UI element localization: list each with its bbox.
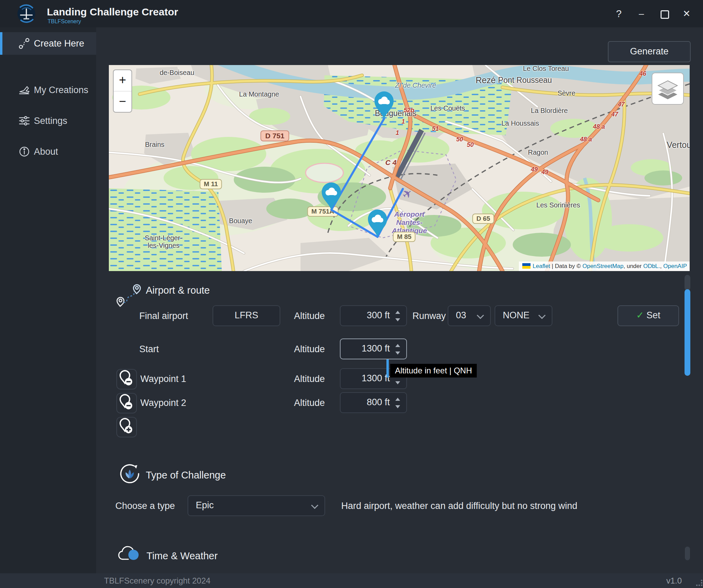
runway-secondary-value: NONE bbox=[503, 306, 529, 325]
copyright-text: TBLFScenery copyright 2024 bbox=[104, 576, 210, 586]
final-altitude-value: 300 ft bbox=[367, 306, 390, 325]
title-bar: Landing Challenge Creator TBLFScenery ? … bbox=[0, 0, 703, 27]
sidebar: Create Here My Creations Settings About bbox=[0, 27, 96, 588]
pin-minus-icon bbox=[117, 394, 135, 411]
set-button-label: Set bbox=[647, 310, 661, 320]
sidebar-item-label: My Creations bbox=[34, 85, 88, 95]
set-button[interactable]: ✓ Set bbox=[617, 305, 679, 326]
waypoint2-label: Waypoint 2 bbox=[140, 398, 186, 408]
maximize-icon bbox=[661, 10, 669, 19]
map[interactable]: de-BoiseauLa MontagneBrainsBouayeSaint-L… bbox=[109, 65, 690, 271]
scrollbar-track[interactable] bbox=[685, 275, 690, 291]
remove-waypoint1-button[interactable] bbox=[116, 369, 137, 389]
sidebar-item-label: Settings bbox=[34, 116, 67, 126]
waypoint1-altitude-value: 1300 ft bbox=[361, 369, 390, 388]
altitude-label: Altitude bbox=[294, 398, 325, 408]
remove-waypoint2-button[interactable] bbox=[116, 393, 137, 413]
start-altitude-spinner[interactable]: 1300 ft bbox=[340, 338, 407, 359]
pin-minus-icon bbox=[117, 370, 135, 387]
add-waypoint-button[interactable] bbox=[116, 417, 137, 437]
start-altitude-value: 1300 ft bbox=[361, 339, 390, 358]
spin-down-icon[interactable] bbox=[395, 381, 400, 384]
spin-up-icon[interactable] bbox=[395, 311, 400, 314]
openaip-link[interactable]: OpenAIP bbox=[663, 263, 687, 269]
final-airport-label: Final airport bbox=[139, 311, 188, 321]
help-button[interactable]: ? bbox=[611, 6, 626, 21]
osm-link[interactable]: OpenStreetMap bbox=[583, 263, 624, 269]
map-zoom-control: + − bbox=[113, 69, 132, 113]
challenge-type-select[interactable]: Epic bbox=[188, 495, 325, 516]
app-logo-icon bbox=[17, 3, 36, 25]
cloud-waypoint-marker[interactable] bbox=[322, 182, 341, 210]
sidebar-item-about[interactable]: About bbox=[0, 140, 96, 163]
sidebar-item-create-here[interactable]: Create Here bbox=[0, 32, 96, 55]
generate-button[interactable]: Generate bbox=[608, 41, 691, 62]
active-accent-bar bbox=[0, 32, 2, 55]
altitude-label: Altitude bbox=[294, 344, 325, 355]
main-content: Generate bbox=[96, 27, 703, 573]
chevron-down-icon bbox=[312, 503, 318, 508]
spin-down-icon[interactable] bbox=[395, 405, 400, 408]
section-title-weather: Time & Weather bbox=[146, 550, 218, 562]
resize-grip[interactable] bbox=[696, 580, 703, 587]
zoom-in-button[interactable]: + bbox=[114, 70, 131, 91]
challenge-icon bbox=[117, 461, 142, 486]
spin-up-icon[interactable] bbox=[395, 344, 400, 347]
scrollbar-lower-thumb[interactable] bbox=[685, 547, 690, 560]
start-label: Start bbox=[139, 344, 159, 355]
app-subtitle: TBLFScenery bbox=[48, 18, 81, 25]
chevron-down-icon bbox=[539, 313, 545, 318]
sidebar-item-label: About bbox=[34, 146, 58, 157]
check-icon: ✓ bbox=[636, 310, 647, 320]
leaflet-link[interactable]: Leaflet bbox=[533, 263, 550, 269]
waypoint2-altitude-value: 800 ft bbox=[367, 393, 390, 412]
cloud-waypoint-marker[interactable] bbox=[374, 91, 394, 119]
chevron-down-icon bbox=[478, 313, 483, 318]
zoom-out-button[interactable]: − bbox=[114, 91, 131, 112]
plane-takeoff-icon bbox=[18, 84, 30, 96]
version-text: v1.0 bbox=[666, 576, 682, 586]
altitude-label: Altitude bbox=[294, 374, 325, 384]
spin-down-icon[interactable] bbox=[395, 318, 400, 321]
runway-value: 03 bbox=[456, 306, 466, 325]
close-button[interactable]: ✕ bbox=[679, 6, 694, 21]
sidebar-item-my-creations[interactable]: My Creations bbox=[0, 79, 96, 101]
minimize-button[interactable]: – bbox=[634, 6, 649, 21]
runway-label: Runway bbox=[412, 311, 446, 321]
section-title-airport-route: Airport & route bbox=[146, 285, 210, 296]
maximize-button[interactable] bbox=[656, 6, 672, 21]
layers-icon bbox=[652, 73, 683, 104]
runway-secondary-select[interactable]: NONE bbox=[495, 305, 552, 326]
app-title: Landing Challenge Creator bbox=[47, 6, 178, 18]
spin-down-icon[interactable] bbox=[395, 351, 400, 355]
map-layers-control[interactable] bbox=[652, 73, 684, 105]
choose-type-label: Choose a type bbox=[115, 501, 175, 511]
waypoint2-altitude-spinner[interactable]: 800 ft bbox=[340, 392, 407, 413]
waypoint1-label: Waypoint 1 bbox=[140, 374, 186, 384]
airport-route-icon bbox=[115, 282, 144, 310]
sidebar-item-settings[interactable]: Settings bbox=[0, 110, 96, 132]
altitude-label: Altitude bbox=[294, 311, 325, 321]
sidebar-item-label: Create Here bbox=[34, 38, 84, 49]
runway-select[interactable]: 03 bbox=[448, 305, 491, 326]
pin-plus-icon bbox=[117, 418, 135, 435]
final-airport-input[interactable]: LFRS bbox=[213, 305, 280, 326]
altitude-tooltip: Altitude in feet | QNH bbox=[390, 364, 477, 378]
weather-icon bbox=[118, 544, 142, 564]
spin-up-icon[interactable] bbox=[395, 398, 400, 401]
route-icon bbox=[18, 38, 30, 49]
attribution-text: , bbox=[660, 263, 663, 269]
info-icon bbox=[18, 146, 30, 157]
section-title-challenge: Type of Challenge bbox=[146, 470, 226, 481]
route-layer bbox=[109, 65, 690, 271]
attribution-text: , under bbox=[624, 263, 643, 269]
sliders-icon bbox=[18, 115, 30, 127]
final-altitude-spinner[interactable]: 300 ft bbox=[340, 305, 407, 326]
scrollbar-thumb[interactable] bbox=[685, 289, 690, 376]
challenge-type-value: Epic bbox=[196, 496, 214, 515]
tooltip-accent-bar bbox=[386, 359, 389, 378]
ukraine-flag-icon bbox=[522, 263, 531, 269]
odbl-link[interactable]: ODbL. bbox=[643, 263, 660, 269]
attribution-text: | Data by © bbox=[550, 263, 582, 269]
map-attribution: Leaflet | Data by © OpenStreetMap, under… bbox=[519, 261, 690, 271]
